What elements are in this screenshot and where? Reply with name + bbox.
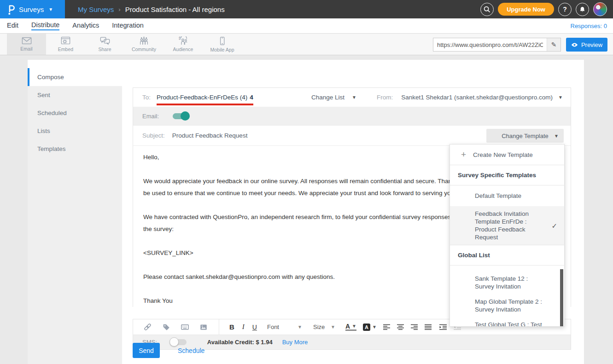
default-template-item[interactable]: Default Template xyxy=(450,185,564,206)
image-icon[interactable] xyxy=(199,323,208,331)
sidebar-item-sent[interactable]: Sent xyxy=(28,86,122,104)
align-center-icon[interactable] xyxy=(397,324,404,330)
underline-button[interactable]: U xyxy=(252,324,257,331)
edit-url-button[interactable]: ✎ xyxy=(547,38,560,51)
background-color-button[interactable]: A ▼ xyxy=(363,324,377,331)
embed-window-gear-icon xyxy=(61,36,70,45)
keyboard-icon[interactable] xyxy=(181,323,189,331)
tab-analytics[interactable]: Analytics xyxy=(72,22,99,30)
send-actions: Send Schedule xyxy=(133,343,204,358)
indent-icon[interactable] xyxy=(439,324,447,330)
email-toggle[interactable] xyxy=(173,113,188,119)
change-template-label: Change Template xyxy=(502,133,549,139)
channel-label: Community xyxy=(132,46,156,52)
font-dropdown[interactable]: Font ▼ xyxy=(267,324,302,330)
create-new-template-label: Create New Template xyxy=(473,151,533,158)
bell-icon xyxy=(579,6,586,13)
top-bar: Surveys ▼ My Surveys › Product Satisfact… xyxy=(0,0,613,18)
size-label: Size xyxy=(313,324,325,330)
topbar-actions: Upgrade Now ? xyxy=(480,2,613,16)
questionpro-logo-icon xyxy=(7,4,15,15)
sidebar-item-label: Lists xyxy=(37,127,50,134)
sidebar-item-templates[interactable]: Templates xyxy=(28,140,122,158)
background-color-label: A xyxy=(363,324,370,331)
send-button[interactable]: Send xyxy=(133,343,160,358)
chevron-down-icon: ▼ xyxy=(298,324,302,329)
chevron-down-icon[interactable]: ▼ xyxy=(558,95,563,100)
breadcrumb-survey-title: Product Satisfaction - All regions xyxy=(125,6,225,13)
sidebar-item-lists[interactable]: Lists xyxy=(28,122,122,140)
plus-icon: + xyxy=(461,150,466,160)
change-template-menu: + Create New Template Survey Specific Te… xyxy=(450,144,565,327)
product-switcher[interactable]: Surveys ▼ xyxy=(0,0,65,18)
font-label: Font xyxy=(267,324,279,330)
italic-button[interactable]: I xyxy=(242,323,245,331)
channel-label: Audience xyxy=(173,46,193,52)
align-left-icon[interactable] xyxy=(383,324,391,330)
channel-email[interactable]: Email xyxy=(7,34,46,55)
buy-more-link[interactable]: Buy More xyxy=(282,339,308,346)
chevron-down-icon: ▼ xyxy=(554,133,559,139)
responses-count[interactable]: Responses: 0 xyxy=(571,23,613,29)
chevron-down-icon: ▼ xyxy=(48,7,53,12)
global-templates-scroll-area: Sank Template 12 : Survey Invitation Map… xyxy=(450,266,564,327)
chevron-down-icon: ▼ xyxy=(352,323,356,329)
preview-label: Preview xyxy=(581,41,602,48)
global-template-item[interactable]: Map Global Template 2 : Survey Invitatio… xyxy=(450,294,564,317)
preview-button[interactable]: Preview xyxy=(566,38,607,52)
justify-icon[interactable] xyxy=(425,324,432,330)
align-right-icon[interactable] xyxy=(411,324,418,330)
text-color-label: A xyxy=(345,323,350,329)
subject-row: Subject: Product Feedback Request Change… xyxy=(133,125,571,146)
survey-url-input[interactable] xyxy=(433,41,547,48)
change-template-dropdown[interactable]: Change Template ▼ xyxy=(486,129,564,143)
create-new-template-item[interactable]: + Create New Template xyxy=(450,144,564,165)
survey-nav: Edit Distribute Analytics Integration Re… xyxy=(0,18,613,34)
to-list[interactable]: Product-Feedback-EnFrDeEs (4) 4 xyxy=(157,94,253,101)
sidebar-item-label: Scheduled xyxy=(37,110,67,116)
channel-audience[interactable]: $ Audience xyxy=(163,34,203,55)
subject-input[interactable]: Product Feedback Request xyxy=(172,132,248,139)
channel-share[interactable]: Share xyxy=(85,34,124,55)
change-list-dropdown[interactable]: Change List ▼ xyxy=(311,94,356,101)
avatar[interactable] xyxy=(593,2,607,16)
search-icon xyxy=(483,6,491,13)
available-credit: Available Credit: $ 1.94 xyxy=(207,339,273,346)
change-list-label: Change List xyxy=(311,94,344,101)
upgrade-now-button[interactable]: Upgrade Now xyxy=(498,3,554,16)
people-group-icon xyxy=(139,36,149,45)
size-dropdown[interactable]: Size ▼ xyxy=(313,324,335,330)
from-label: From: xyxy=(377,94,393,101)
channel-embed[interactable]: Embed xyxy=(46,34,85,55)
sidebar-item-compose[interactable]: Compose xyxy=(28,68,122,86)
speech-bubbles-icon xyxy=(100,36,110,45)
survey-url-field: ✎ xyxy=(433,38,561,52)
global-template-item[interactable]: Test Global Test G : Test RAA G xyxy=(450,317,564,327)
tab-edit[interactable]: Edit xyxy=(7,22,18,30)
notifications-button[interactable] xyxy=(576,3,589,16)
scrollbar-thumb[interactable] xyxy=(560,269,563,327)
sidebar-item-scheduled[interactable]: Scheduled xyxy=(28,104,122,122)
insert-tools xyxy=(133,323,208,331)
product-name: Surveys xyxy=(19,6,44,13)
email-label: Email: xyxy=(142,113,159,120)
text-color-button[interactable]: A ▼ xyxy=(345,323,356,331)
channel-mobile-app[interactable]: Mobile App xyxy=(203,34,242,55)
help-button[interactable]: ? xyxy=(558,3,572,16)
breadcrumb-separator: › xyxy=(118,6,120,13)
from-sender[interactable]: Sanket1 Shekdar1 (sanket.shekdar@questio… xyxy=(401,94,553,101)
search-button[interactable] xyxy=(480,3,494,16)
tab-integration[interactable]: Integration xyxy=(112,22,144,30)
tag-icon[interactable] xyxy=(162,323,170,331)
channel-community[interactable]: Community xyxy=(124,34,163,55)
selected-template-item[interactable]: Feedback Invitation Template EnFrDe : Pr… xyxy=(450,206,564,245)
global-template-item[interactable]: Sank Template 12 : Survey Invitation xyxy=(450,271,564,294)
breadcrumb-my-surveys[interactable]: My Surveys xyxy=(78,6,114,13)
link-icon[interactable] xyxy=(143,323,152,331)
bold-button[interactable]: B xyxy=(229,323,234,331)
schedule-link[interactable]: Schedule xyxy=(178,347,204,354)
check-icon: ✓ xyxy=(551,222,557,230)
recipients-row: To: Product-Feedback-EnFrDeEs (4) 4 Chan… xyxy=(133,87,571,107)
tab-distribute[interactable]: Distribute xyxy=(31,21,59,30)
pencil-icon: ✎ xyxy=(551,41,557,48)
